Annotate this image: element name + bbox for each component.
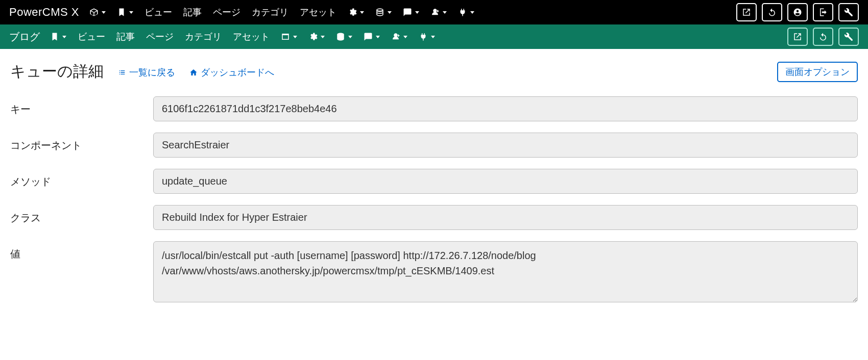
- field-row-class: クラス: [10, 205, 858, 230]
- scope-nav-view[interactable]: ビュー: [74, 31, 109, 43]
- external-link-icon: [742, 8, 751, 17]
- plug-icon: [419, 32, 428, 41]
- bookmark-icon: [50, 32, 59, 41]
- plugin-menu[interactable]: [454, 8, 478, 17]
- field-row-method: メソッド: [10, 169, 858, 194]
- gear-menu[interactable]: [344, 8, 368, 17]
- field-row-value: 値: [10, 241, 858, 304]
- user-add-menu[interactable]: [426, 8, 451, 17]
- scope-nav-entry[interactable]: 記事: [112, 31, 139, 43]
- page-header-left: キューの詳細 一覧に戻る ダッシュボードへ: [10, 61, 274, 82]
- open-external-button[interactable]: [736, 3, 757, 21]
- scope-refresh-button[interactable]: [813, 28, 833, 46]
- scope-bookmark-menu[interactable]: [46, 32, 70, 41]
- scope-bar: ブログ ビュー 記事 ページ カテゴリ アセット: [0, 24, 868, 49]
- field-row-component: コンポーネント: [10, 133, 858, 158]
- wrench-icon: [844, 8, 853, 17]
- cube-menu[interactable]: [85, 8, 110, 17]
- wrench-icon: [844, 32, 853, 41]
- input-component[interactable]: [153, 133, 858, 158]
- page-header: キューの詳細 一覧に戻る ダッシュボードへ 画面オプション: [10, 61, 858, 82]
- scope-nav-category[interactable]: カテゴリ: [181, 31, 226, 43]
- label-value: 値: [10, 241, 153, 261]
- label-method: メソッド: [10, 169, 153, 189]
- page-title: キューの詳細: [10, 61, 104, 82]
- scope-open-external-button[interactable]: [787, 28, 808, 46]
- comments-menu[interactable]: [399, 8, 423, 17]
- field-row-key: キー: [10, 96, 858, 121]
- scopebar-left: ブログ ビュー 記事 ページ カテゴリ アセット: [9, 30, 439, 44]
- database-icon: [336, 32, 345, 41]
- textarea-value[interactable]: [153, 241, 858, 302]
- gear-icon: [348, 8, 357, 17]
- user-circle-icon: [793, 8, 802, 17]
- comments-icon: [403, 8, 412, 17]
- cube-icon: [89, 8, 99, 17]
- system-topbar: PowerCMS X ビュー 記事 ページ カテゴリ アセット: [0, 0, 868, 24]
- topbar-right: [736, 3, 859, 21]
- scope-user-add-menu[interactable]: [387, 32, 412, 41]
- comments-icon: [364, 32, 373, 41]
- scope-window-menu[interactable]: [277, 32, 301, 41]
- home-icon: [189, 68, 198, 76]
- scope-nav-page[interactable]: ページ: [142, 31, 178, 43]
- bookmark-icon: [117, 8, 126, 17]
- user-plus-icon: [430, 8, 440, 17]
- page-content: キューの詳細 一覧に戻る ダッシュボードへ 画面オプション キー コンポーネント…: [0, 49, 868, 328]
- topnav-page[interactable]: ページ: [209, 6, 245, 18]
- to-dashboard-link[interactable]: ダッシュボードへ: [189, 66, 274, 79]
- scopebar-right: [787, 28, 859, 46]
- label-component: コンポーネント: [10, 133, 153, 152]
- database-icon: [375, 8, 384, 17]
- label-key: キー: [10, 96, 153, 116]
- user-button[interactable]: [787, 3, 808, 21]
- scope-nav-asset[interactable]: アセット: [229, 31, 274, 43]
- window-icon: [281, 32, 290, 41]
- scope-plugin-menu[interactable]: [415, 32, 439, 41]
- list-icon: [118, 68, 126, 76]
- database-menu[interactable]: [371, 8, 396, 17]
- brand-logo[interactable]: PowerCMS X: [9, 6, 79, 19]
- input-method[interactable]: [153, 169, 858, 194]
- scope-database-menu[interactable]: [332, 32, 356, 41]
- external-link-icon: [793, 32, 802, 41]
- input-class[interactable]: [153, 205, 858, 230]
- refresh-icon: [767, 8, 777, 17]
- plug-icon: [458, 8, 467, 17]
- scope-gear-menu[interactable]: [304, 32, 329, 41]
- wrench-button[interactable]: [838, 3, 859, 21]
- back-to-list-link[interactable]: 一覧に戻る: [118, 66, 175, 79]
- back-to-list-label: 一覧に戻る: [129, 66, 175, 79]
- label-class: クラス: [10, 205, 153, 225]
- scope-comments-menu[interactable]: [359, 32, 384, 41]
- to-dashboard-label: ダッシュボードへ: [201, 66, 274, 79]
- screen-options-button[interactable]: 画面オプション: [777, 62, 858, 82]
- logout-button[interactable]: [813, 3, 833, 21]
- topnav-entry[interactable]: 記事: [179, 6, 206, 18]
- bookmark-menu[interactable]: [113, 8, 137, 17]
- topbar-left: PowerCMS X ビュー 記事 ページ カテゴリ アセット: [9, 6, 478, 19]
- input-key[interactable]: [153, 96, 858, 121]
- topnav-asset[interactable]: アセット: [296, 6, 341, 18]
- scope-wrench-button[interactable]: [838, 28, 859, 46]
- sign-out-icon: [818, 8, 828, 17]
- topnav-view[interactable]: ビュー: [140, 6, 176, 18]
- gear-icon: [308, 32, 318, 41]
- user-plus-icon: [391, 32, 400, 41]
- topnav-category[interactable]: カテゴリ: [248, 6, 293, 18]
- refresh-button[interactable]: [762, 3, 782, 21]
- scope-name[interactable]: ブログ: [9, 30, 40, 44]
- refresh-icon: [818, 32, 828, 41]
